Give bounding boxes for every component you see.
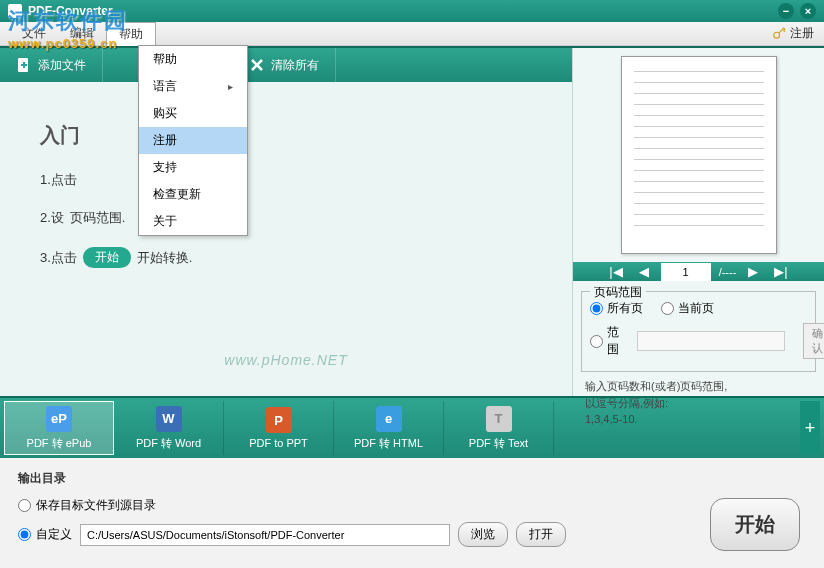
chevron-right-icon: ▸ <box>228 81 233 92</box>
page-number-input[interactable] <box>661 263 711 281</box>
menu-file[interactable]: 文件 <box>10 22 58 45</box>
dropdown-buy[interactable]: 购买 <box>139 100 247 127</box>
tab-text[interactable]: T PDF 转 Text <box>444 401 554 455</box>
output-title: 输出目录 <box>18 470 806 487</box>
output-path-input[interactable] <box>80 524 450 546</box>
help-dropdown: 帮助 语言▸ 购买 注册 支持 检查更新 关于 <box>138 45 248 236</box>
ppt-icon: P <box>266 407 292 433</box>
tab-html[interactable]: e PDF 转 HTML <box>334 401 444 455</box>
dropdown-language[interactable]: 语言▸ <box>139 73 247 100</box>
watermark-text: www.pHome.NET <box>224 352 347 368</box>
open-button[interactable]: 打开 <box>516 522 566 547</box>
right-panel: |◀ ◀ /---- ▶ ▶| 页码范围 所有页 当前页 范围 确认 输入页码数… <box>572 48 824 396</box>
menubar: 文件 编辑 帮助 注册 帮助 语言▸ 购买 注册 支持 检查更新 关于 <box>0 22 824 46</box>
prev-page-button[interactable]: ◀ <box>635 262 653 281</box>
dropdown-support[interactable]: 支持 <box>139 154 247 181</box>
preview-page <box>621 56 777 254</box>
preview-navbar: |◀ ◀ /---- ▶ ▶| <box>573 262 824 281</box>
register-link[interactable]: 注册 <box>772 25 814 42</box>
radio-all-pages[interactable]: 所有页 <box>590 300 643 317</box>
dropdown-check-update[interactable]: 检查更新 <box>139 181 247 208</box>
radio-custom[interactable]: 自定义 <box>18 526 72 543</box>
radio-save-source[interactable]: 保存目标文件到源目录 <box>18 497 156 514</box>
last-page-button[interactable]: ▶| <box>770 262 791 281</box>
tab-word[interactable]: W PDF 转 Word <box>114 401 224 455</box>
word-icon: W <box>156 406 182 432</box>
svg-point-0 <box>774 32 780 38</box>
dropdown-register[interactable]: 注册 <box>139 127 247 154</box>
app-icon <box>8 4 22 18</box>
content-area: 添加文件 清除所有 入门 1.点击 2.设页码范围. 3.点击 开始 开始转换.… <box>0 46 824 396</box>
tab-ppt[interactable]: P PDF to PPT <box>224 401 334 455</box>
menu-help[interactable]: 帮助 <box>106 22 156 46</box>
step-1: 1.点击 <box>40 171 552 189</box>
toolbar: 添加文件 清除所有 <box>0 48 572 82</box>
radio-range[interactable]: 范围 <box>590 324 619 358</box>
step-3: 3.点击 开始 开始转换. <box>40 247 552 268</box>
start-pill-icon: 开始 <box>83 247 131 268</box>
heading: 入门 <box>40 122 552 149</box>
epub-icon: eP <box>46 406 72 432</box>
menu-edit[interactable]: 编辑 <box>58 22 106 45</box>
add-file-button[interactable]: 添加文件 <box>0 48 103 82</box>
tab-epub[interactable]: eP PDF 转 ePub <box>4 401 114 455</box>
range-hint: 输入页码数和(或者)页码范围, 以逗号分隔,例如: 1,3,4,5-10. <box>573 376 824 428</box>
main-instructions: 入门 1.点击 2.设页码范围. 3.点击 开始 开始转换. www.pHome… <box>0 82 572 396</box>
page-total: /---- <box>719 266 737 278</box>
left-panel: 添加文件 清除所有 入门 1.点击 2.设页码范围. 3.点击 开始 开始转换.… <box>0 48 572 396</box>
step-2: 2.设页码范围. <box>40 209 552 227</box>
text-icon: T <box>486 406 512 432</box>
html-icon: e <box>376 406 402 432</box>
browse-button[interactable]: 浏览 <box>458 522 508 547</box>
add-tab-button[interactable]: + <box>800 401 820 455</box>
output-panel: 输出目录 保存目标文件到源目录 自定义 浏览 打开 开始 <box>0 458 824 568</box>
register-label: 注册 <box>790 25 814 42</box>
close-button[interactable]: × <box>800 3 816 19</box>
dropdown-about[interactable]: 关于 <box>139 208 247 235</box>
preview-pane <box>573 48 824 262</box>
first-page-button[interactable]: |◀ <box>605 262 626 281</box>
add-file-icon <box>16 57 32 73</box>
start-button[interactable]: 开始 <box>710 498 800 551</box>
clear-all-button[interactable]: 清除所有 <box>233 48 336 82</box>
radio-current-page[interactable]: 当前页 <box>661 300 714 317</box>
key-icon <box>772 27 786 41</box>
next-page-button[interactable]: ▶ <box>744 262 762 281</box>
dropdown-help[interactable]: 帮助 <box>139 46 247 73</box>
range-legend: 页码范围 <box>590 284 646 301</box>
window-title: PDF-Converter <box>28 4 113 18</box>
clear-icon <box>249 57 265 73</box>
titlebar: PDF-Converter − × <box>0 0 824 22</box>
page-range-group: 页码范围 所有页 当前页 范围 确认 <box>581 291 816 372</box>
minimize-button[interactable]: − <box>778 3 794 19</box>
range-input[interactable] <box>637 331 785 351</box>
confirm-button[interactable]: 确认 <box>803 323 824 359</box>
